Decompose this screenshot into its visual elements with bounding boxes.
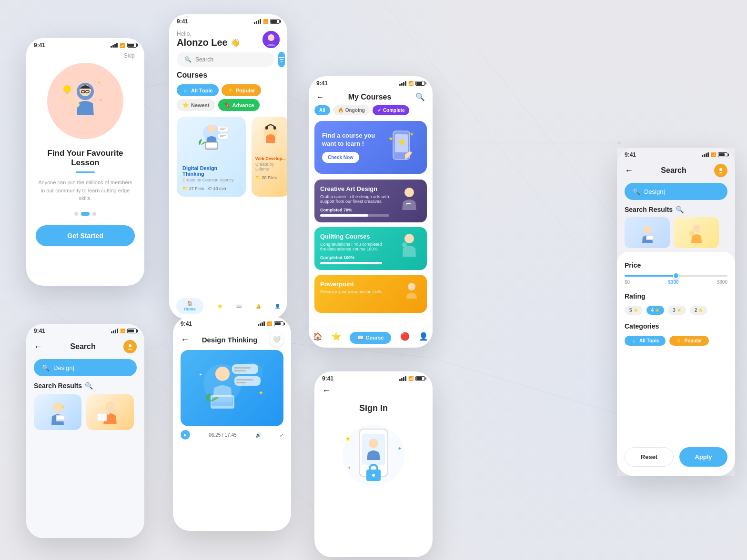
mycourses-title: My Courses [348, 93, 392, 101]
search-icon-4: 🔍 [41, 364, 50, 371]
nav-bell[interactable]: 🔔 [256, 304, 261, 309]
nav-home[interactable]: 🏠 Home [176, 298, 203, 314]
dot-2[interactable] [81, 212, 90, 216]
category-all-topic[interactable]: 💧All Topic [625, 336, 666, 346]
filter-search-bar-7[interactable]: 🔍 [625, 183, 727, 200]
courses-section-title: Courses [169, 71, 287, 80]
volume-icon[interactable]: 🔊 [255, 432, 261, 438]
filter-card-2[interactable] [674, 217, 719, 248]
user-badge[interactable] [123, 340, 137, 353]
tab-popular[interactable]: ⚡Popular [222, 84, 261, 96]
svg-point-64 [105, 401, 115, 411]
svg-point-22 [63, 85, 71, 93]
nav-bookmark[interactable]: ⭐ [217, 304, 222, 309]
svg-point-36 [208, 125, 215, 132]
phone-onboarding: 9:41 📶 Skip [26, 38, 144, 286]
pagination-dots [74, 212, 96, 216]
filter-button[interactable] [278, 52, 285, 67]
svg-text:✦: ✦ [347, 465, 351, 470]
mycourses-bottom-nav: 🏠 ⭐ 📖 Course 🔴 👤 [309, 328, 433, 348]
status-time-1: 9:41 [34, 42, 45, 49]
back-arrow-7[interactable]: ← [625, 166, 633, 176]
result-card-2[interactable] [86, 394, 134, 430]
rating-2[interactable]: 2 ★ [690, 306, 708, 315]
search-field-4[interactable] [53, 364, 133, 371]
category-popular[interactable]: ⚡Popular [669, 336, 708, 346]
svg-point-9 [618, 141, 621, 144]
get-started-button[interactable]: Get Started [36, 225, 135, 246]
svg-text:✦: ✦ [199, 372, 202, 377]
back-icon[interactable]: ← [316, 93, 324, 101]
search-field-7[interactable] [644, 188, 724, 195]
search-bar[interactable]: 🔍 [177, 52, 274, 67]
svg-text:✦: ✦ [397, 445, 402, 452]
status-time-7: 9:41 [625, 151, 636, 158]
svg-point-69 [215, 367, 230, 381]
back-arrow-6[interactable]: ← [322, 386, 331, 396]
back-arrow-5[interactable]: ← [181, 335, 189, 345]
status-icons-1: 📶 [111, 43, 137, 48]
expand-icon[interactable]: ⤢ [280, 432, 283, 438]
dot-1[interactable] [74, 212, 78, 216]
price-slider-thumb[interactable] [673, 272, 679, 279]
apply-button[interactable]: Apply [679, 447, 727, 467]
search-input[interactable] [195, 56, 267, 63]
course-card-art[interactable]: Creative Art Design Craft a career in th… [314, 180, 427, 222]
heart-button[interactable]: 🤍 [270, 333, 283, 346]
filter-card-1[interactable] [625, 217, 670, 248]
svg-rect-34 [281, 61, 283, 62]
course-card-2[interactable]: Web Develop... Create by Udemy 📁 20 File… [252, 117, 287, 197]
title-underline [76, 171, 95, 173]
signin-illustration: ★ ✦ ✦ [324, 417, 423, 493]
phone-search-bl: 9:41 📶 ← Search [26, 324, 144, 538]
rating-chips: 5 ★ 4 ★ 3 ★ 2 ★ [625, 306, 727, 315]
nav-book[interactable]: 📖 [236, 304, 242, 309]
status-icons-7: 📶 [702, 152, 727, 157]
filter-header: ← Search [617, 160, 735, 181]
design-header: ← Design Thinking 🤍 [173, 329, 291, 350]
user-badge-7[interactable] [714, 164, 727, 177]
price-section-title: Price [625, 261, 727, 269]
nav-course-active[interactable]: 📖 Course [350, 332, 391, 344]
rating-4[interactable]: 4 ★ [646, 306, 665, 315]
search-header: ← Search [26, 336, 144, 357]
svg-text:+: + [61, 95, 64, 100]
course-pp-title: Powerpoint [320, 280, 382, 288]
nav-star-icon[interactable]: ⭐ [332, 332, 341, 344]
result-card-1[interactable]: ★ [34, 394, 81, 430]
nav-home-icon[interactable]: 🏠 [313, 332, 323, 344]
user-avatar[interactable] [262, 31, 280, 48]
category-chips: 💧All Topic ⚡Popular [625, 336, 727, 346]
tab-complete[interactable]: ✓Complete [373, 105, 410, 115]
course-card-quilting[interactable]: Quilting Courses Congratulations ! You c… [314, 227, 427, 270]
tab-newest[interactable]: ⭐Newest [177, 99, 215, 111]
tab-all-topic[interactable]: 💧All Topic [177, 84, 219, 96]
rating-3[interactable]: 3 ★ [668, 306, 686, 315]
course-art-progress: Completed 70% [320, 208, 389, 212]
nav-bell-icon[interactable]: 🔴 [400, 332, 410, 344]
nav-user[interactable]: 👤 [275, 304, 280, 309]
dot-3[interactable] [92, 212, 96, 216]
play-button[interactable]: ▶ [181, 430, 190, 440]
search-input-bar-4[interactable]: 🔍 [34, 359, 137, 376]
filter-tabs: 💧All Topic ⚡Popular ⭐Newest 🔖Advance [169, 84, 287, 111]
course-card-1[interactable]: Digital Design Thinking Create by Courso… [177, 117, 246, 197]
tab-advance[interactable]: 🔖Advance [218, 99, 260, 111]
tab-all[interactable]: All [314, 105, 330, 115]
svg-rect-73 [234, 367, 251, 369]
search-icon-header[interactable]: 🔍 [415, 92, 425, 101]
search-title: Search [70, 342, 95, 351]
back-arrow-4[interactable]: ← [34, 342, 42, 352]
nav-user-icon[interactable]: 👤 [419, 332, 428, 344]
course-card-powerpoint[interactable]: Powerpoint Enhance your presentation ski… [314, 275, 427, 313]
rating-5[interactable]: 5 ★ [625, 306, 643, 315]
tab-ongoing[interactable]: 🔥Ongoing [333, 105, 370, 115]
bottom-navigation: 🏠 Home ⭐ 📖 🔔 👤 [169, 293, 287, 319]
status-icons-4: 📶 [111, 329, 137, 333]
reset-button[interactable]: Reset [625, 447, 674, 467]
svg-point-54 [404, 188, 414, 197]
search-results-label-4: Search Results 🔍 [26, 382, 144, 390]
check-now-button[interactable]: Check Now [322, 152, 359, 163]
skip-button[interactable]: Skip [124, 52, 135, 59]
status-icons-2: 📶 [254, 19, 280, 24]
